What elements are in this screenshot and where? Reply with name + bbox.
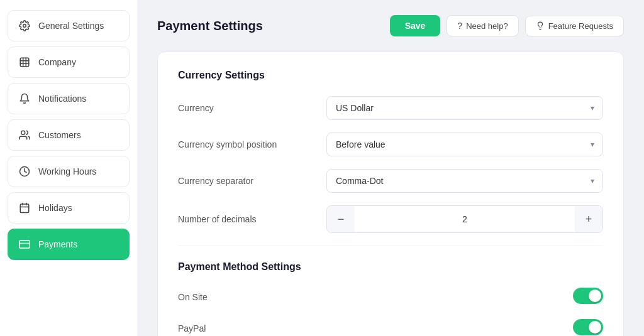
currency-select[interactable]: US Dollar Euro British Pound Canadian Do… — [326, 96, 603, 120]
sidebar-item-general-settings[interactable]: General Settings — [8, 10, 130, 41]
svg-point-0 — [23, 24, 26, 28]
decimals-input[interactable] — [355, 206, 575, 232]
feature-requests-button[interactable]: Feature Requests — [525, 16, 624, 36]
lightbulb-icon — [536, 21, 545, 30]
currency-section-title: Currency Settings — [178, 70, 603, 81]
sidebar-item-holidays[interactable]: Holidays — [8, 192, 130, 224]
bell-icon — [18, 92, 31, 105]
gear-icon — [18, 19, 31, 32]
section-divider — [178, 246, 603, 246]
decimals-row: Number of decimals − + — [178, 205, 603, 233]
increment-button[interactable]: + — [575, 206, 602, 232]
calendar-icon — [18, 202, 31, 214]
sidebar-item-holidays-label: Holidays — [38, 203, 72, 213]
need-help-label: Need help? — [466, 21, 508, 31]
paypal-row: PayPal — [178, 319, 603, 336]
svg-rect-1 — [20, 58, 29, 67]
paypal-label: PayPal — [178, 323, 316, 333]
decrement-button[interactable]: − — [327, 206, 355, 232]
separator-row: Currency separator Comma-Dot Dot-Comma S… — [178, 169, 603, 193]
users-icon — [18, 129, 31, 141]
need-help-button[interactable]: ? Need help? — [447, 15, 518, 36]
page-header: Payment Settings Save ? Need help? Featu… — [157, 15, 624, 36]
symbol-position-row: Currency symbol position Before value Af… — [178, 133, 603, 156]
separator-select[interactable]: Comma-Dot Dot-Comma Space-Comma — [326, 169, 603, 193]
credit-card-icon — [18, 238, 31, 251]
decimals-field: − + — [326, 205, 603, 233]
svg-rect-4 — [20, 204, 29, 213]
feature-requests-label: Feature Requests — [548, 21, 613, 31]
sidebar-item-working-hours-label: Working Hours — [38, 166, 96, 176]
svg-rect-8 — [19, 241, 30, 248]
paypal-toggle[interactable] — [573, 319, 603, 336]
on-site-toggle[interactable] — [573, 288, 603, 306]
decimals-label: Number of decimals — [178, 214, 316, 224]
sidebar-item-notifications[interactable]: Notifications — [8, 83, 130, 114]
separator-label: Currency separator — [178, 176, 316, 186]
payment-method-section-title: Payment Method Settings — [178, 261, 603, 273]
symbol-position-field: Before value After value ▾ — [326, 133, 603, 156]
sidebar-item-payments-label: Payments — [38, 239, 77, 249]
currency-field: US Dollar Euro British Pound Canadian Do… — [326, 96, 603, 120]
sidebar-item-payments[interactable]: Payments — [8, 229, 130, 260]
question-icon: ? — [457, 21, 462, 31]
currency-label: Currency — [178, 103, 316, 113]
sidebar: General Settings Company Notifications C… — [0, 0, 137, 336]
svg-point-2 — [21, 131, 25, 134]
separator-field: Comma-Dot Dot-Comma Space-Comma ▾ — [326, 169, 603, 193]
sidebar-item-customers-label: Customers — [38, 130, 81, 140]
on-site-label: On Site — [178, 292, 316, 302]
on-site-row: On Site — [178, 288, 603, 306]
sidebar-item-notifications-label: Notifications — [38, 94, 86, 104]
save-button[interactable]: Save — [390, 15, 441, 36]
header-actions: Save ? Need help? Feature Requests — [390, 15, 624, 36]
sidebar-item-company[interactable]: Company — [8, 46, 130, 78]
page-title: Payment Settings — [157, 19, 263, 33]
symbol-position-label: Currency symbol position — [178, 139, 316, 149]
currency-row: Currency US Dollar Euro British Pound Ca… — [178, 96, 603, 120]
clock-icon — [18, 165, 31, 178]
settings-card: Currency Settings Currency US Dollar Eur… — [157, 51, 624, 336]
decimals-stepper: − + — [326, 205, 603, 233]
main-content: Payment Settings Save ? Need help? Featu… — [137, 0, 644, 336]
building-icon — [18, 56, 31, 68]
sidebar-item-customers[interactable]: Customers — [8, 119, 130, 151]
sidebar-item-working-hours[interactable]: Working Hours — [8, 156, 130, 187]
symbol-position-select[interactable]: Before value After value — [326, 133, 603, 156]
sidebar-item-company-label: Company — [38, 57, 76, 67]
sidebar-item-general-settings-label: General Settings — [38, 21, 104, 31]
